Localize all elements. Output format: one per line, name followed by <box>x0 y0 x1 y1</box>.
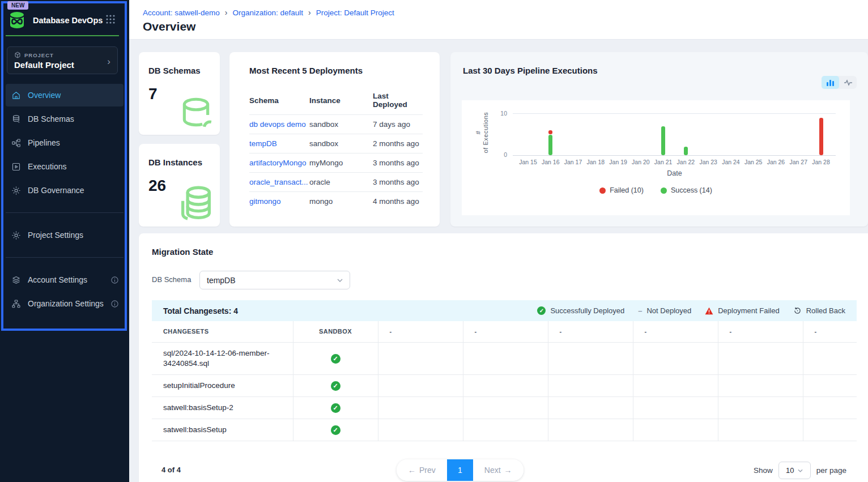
sidebar-item-label: DB Governance <box>28 186 84 195</box>
main-content: DB Schemas 7 DB Instances 26 Most Recent… <box>129 40 868 482</box>
deploy-row: db devops demosandbox7 days ago <box>249 115 423 134</box>
header-divider <box>6 35 119 36</box>
db-schema-select[interactable]: tempDB <box>199 271 350 289</box>
bar-jan-21 <box>661 126 665 155</box>
last-deployed-cell: 3 months ago <box>373 153 423 173</box>
play-square-icon <box>11 162 21 172</box>
last-deployed-cell: 2 months ago <box>373 134 423 153</box>
empty-cell <box>803 342 857 374</box>
deploy-col-instance: Instance <box>309 87 373 115</box>
schema-link[interactable]: oracle_transact... <box>249 178 309 186</box>
instance-cell: sandbox <box>309 134 373 153</box>
breadcrumb-link-2[interactable]: Project: Default Project <box>316 8 394 17</box>
chart-title: Last 30 Days Pipeline Executions <box>463 66 598 75</box>
changeset-row: sql/2024-10-14-12-06-member-34240854.sql… <box>152 342 857 374</box>
sandbox-status-cell: ✓ <box>293 342 378 374</box>
project-label: PROJECT <box>24 52 54 58</box>
empty-cell <box>378 419 463 441</box>
apps-grid-icon[interactable] <box>105 14 116 27</box>
schema-link[interactable]: tempDB <box>249 139 309 148</box>
sidebar-divider <box>6 257 124 258</box>
sidebar-item-executions[interactable]: Executions <box>6 155 124 178</box>
check-circle-icon: ✓ <box>331 425 341 435</box>
empty-cell <box>633 396 718 419</box>
sidebar-item-label: DB Schemas <box>28 114 74 123</box>
changeset-name: satwell:basisSetup <box>152 419 293 441</box>
breadcrumb-link-1[interactable]: Organization: default <box>232 8 303 17</box>
sidebar-item-label: Pipelines <box>28 138 60 147</box>
instance-cell: sandbox <box>309 115 373 134</box>
line-chart-icon[interactable] <box>839 76 857 89</box>
empty-cell <box>718 419 803 441</box>
schema-link[interactable]: artifactoryMongo <box>249 159 309 167</box>
cs-col-dash-6: - <box>718 321 803 342</box>
project-selector[interactable]: PROJECT Default Project › <box>7 46 118 74</box>
bar-chart-icon[interactable] <box>822 76 839 89</box>
page-1-button[interactable]: 1 <box>447 459 473 481</box>
sidebar-item-db-governance[interactable]: DB Governance <box>6 179 124 202</box>
deploy-col-last-deployed: Last Deployed <box>373 87 423 115</box>
prev-page-button[interactable]: ← Prev <box>397 459 447 481</box>
sidebar-item-label: Project Settings <box>28 231 83 240</box>
changeset-row: setupInitialProcedure✓ <box>152 374 857 396</box>
dash-icon: – <box>638 306 642 315</box>
database-icon <box>11 114 21 124</box>
empty-cell <box>548 374 633 396</box>
cs-col-dash-4: - <box>548 321 633 342</box>
changesets-header: Total Changesets: 4 ✓Successfully Deploy… <box>152 300 857 321</box>
sidebar-item-overview[interactable]: Overview <box>6 84 124 106</box>
sidebar-item-db-schemas[interactable]: DB Schemas <box>6 108 124 130</box>
executions-chart: #of Executions 100Jan 15Jan 16Jan 17Jan … <box>462 100 850 215</box>
migration-state-panel: Migration State DB Schema tempDB Total C… <box>139 233 868 482</box>
deploy-col-schema: Schema <box>249 87 309 115</box>
instance-cell: mongo <box>309 192 373 211</box>
empty-cell <box>718 342 803 374</box>
stat-value: 26 <box>148 177 166 195</box>
stat-value: 7 <box>148 85 158 103</box>
cs-col-dash-7: - <box>803 321 857 342</box>
info-icon[interactable] <box>110 300 119 308</box>
sidebar-item-pipelines[interactable]: Pipelines <box>6 131 124 154</box>
empty-cell <box>463 396 548 419</box>
status-legend-rolled-back: Rolled Back <box>793 306 845 315</box>
sidebar-item-label: Overview <box>28 91 61 100</box>
gear-icon <box>11 231 21 240</box>
sandbox-status-cell: ✓ <box>293 419 378 441</box>
cs-col-dash-3: - <box>463 321 548 342</box>
y-tick-0: 0 <box>491 151 507 158</box>
pipeline-executions-card: Last 30 Days Pipeline Executions #of Exe… <box>450 52 868 227</box>
chart-legend: Failed (10)Success (14) <box>462 186 850 194</box>
page-size-select[interactable]: 10 <box>778 462 811 479</box>
changeset-row: satwell:basisSetup✓ <box>152 419 857 441</box>
new-badge: NEW <box>7 1 28 10</box>
deploy-row: oracle_transact...oracle3 months ago <box>249 173 423 192</box>
pagination: ← Prev 1 Next → <box>397 459 524 481</box>
status-legend-successfully-deployed: ✓Successfully Deployed <box>537 306 624 315</box>
sidebar-item-account-settings[interactable]: Account Settings <box>6 268 124 291</box>
sandbox-status-cell: ✓ <box>293 374 378 396</box>
sidebar-item-organization-settings[interactable]: Organization Settings <box>6 292 124 315</box>
x-tick-jan-28: Jan 28 <box>808 159 834 165</box>
empty-cell <box>463 342 548 374</box>
cs-col-dash-2: - <box>378 321 463 342</box>
empty-cell <box>548 396 633 419</box>
app-logo-database-icon <box>7 10 27 31</box>
org-icon <box>11 299 21 309</box>
changeset-row: satwell:basisSetup-2✓ <box>152 396 857 419</box>
show-label: Show <box>754 466 773 475</box>
cs-col-dash-5: - <box>633 321 718 342</box>
sidebar-item-label: Organization Settings <box>28 299 104 308</box>
schema-link[interactable]: gitmongo <box>249 197 309 206</box>
cube-icon <box>14 52 21 58</box>
sidebar-item-label: Executions <box>28 162 66 171</box>
schema-link[interactable]: db devops demo <box>249 120 309 129</box>
info-icon[interactable] <box>110 276 119 284</box>
sidebar-item-project-settings[interactable]: Project Settings <box>6 224 124 246</box>
cs-col-sandbox: SANDBOX <box>293 321 378 342</box>
breadcrumb-link-0[interactable]: Account: satwell-demo <box>143 8 220 17</box>
rollback-icon <box>793 306 802 315</box>
breadcrumb: Account: satwell-demo›Organization: defa… <box>143 8 394 17</box>
arrow-right-icon: → <box>504 466 512 475</box>
app-title: Database DevOps <box>33 16 103 25</box>
next-page-button[interactable]: Next → <box>473 459 524 481</box>
